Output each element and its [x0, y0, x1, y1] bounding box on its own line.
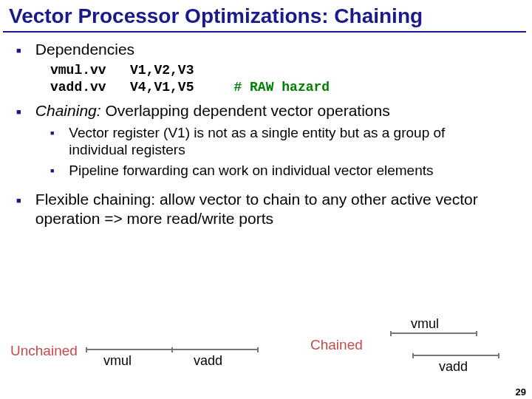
- chained-vmul-label: vmul: [411, 316, 439, 332]
- chaining-italic: Chaining:: [35, 102, 101, 119]
- bullet-chaining: ■ Chaining: Overlapping dependent vector…: [16, 101, 519, 120]
- subbullet-text: Vector register (V1) is not as a single …: [69, 124, 505, 160]
- bullet-text: Chaining: Overlapping dependent vector o…: [35, 101, 390, 120]
- slide-title: Vector Processor Optimizations: Chaining: [3, 0, 526, 33]
- code-block: vmul.vv V1,V2,V3 vadd.vv V4,V1,V5 # RAW …: [50, 62, 519, 95]
- chained-label: Chained: [310, 337, 363, 353]
- code-l2-args: V4,V1,V5: [130, 80, 194, 95]
- code-l2-comment: # RAW hazard: [233, 80, 330, 95]
- unchained-vmul-bar: [86, 347, 173, 352]
- bullet-text: Dependencies: [35, 40, 134, 59]
- slide: Vector Processor Optimizations: Chaining…: [0, 0, 532, 399]
- chained-vmul-bar: [390, 331, 477, 336]
- code-l1-args: V1,V2,V3: [130, 63, 194, 78]
- subbullet-vreg: ■ Vector register (V1) is not as a singl…: [50, 124, 519, 160]
- chained-vadd-bar: [412, 353, 499, 358]
- square-bullet-icon: ■: [16, 40, 31, 59]
- bullet-text: Flexible chaining: allow vector to chain…: [35, 190, 508, 229]
- subbullet-text: Pipeline forwarding can work on individu…: [69, 162, 433, 180]
- square-bullet-icon: ■: [50, 162, 65, 180]
- bullet-dependencies: ■ Dependencies: [16, 40, 519, 59]
- slide-body: ■ Dependencies vmul.vv V1,V2,V3 vadd.vv …: [0, 40, 532, 228]
- code-l1-op: vmul.vv: [50, 63, 106, 78]
- unchained-vmul-label: vmul: [103, 353, 132, 369]
- chaining-rest: Overlapping dependent vector operations: [101, 102, 390, 119]
- square-bullet-icon: ■: [16, 190, 31, 209]
- page-number: 29: [516, 386, 526, 398]
- bullet-flex: ■ Flexible chaining: allow vector to cha…: [16, 190, 519, 229]
- timing-diagram: Unchained vmul vadd Chained vmul vadd: [0, 324, 532, 383]
- square-bullet-icon: ■: [16, 101, 31, 120]
- unchained-label: Unchained: [10, 343, 78, 359]
- code-l2-op: vadd.vv: [50, 80, 106, 95]
- chained-vadd-label: vadd: [439, 359, 468, 375]
- square-bullet-icon: ■: [50, 124, 65, 142]
- subbullet-fwd: ■ Pipeline forwarding can work on indivi…: [50, 162, 519, 180]
- unchained-vadd-bar: [171, 347, 259, 352]
- unchained-vadd-label: vadd: [194, 353, 222, 369]
